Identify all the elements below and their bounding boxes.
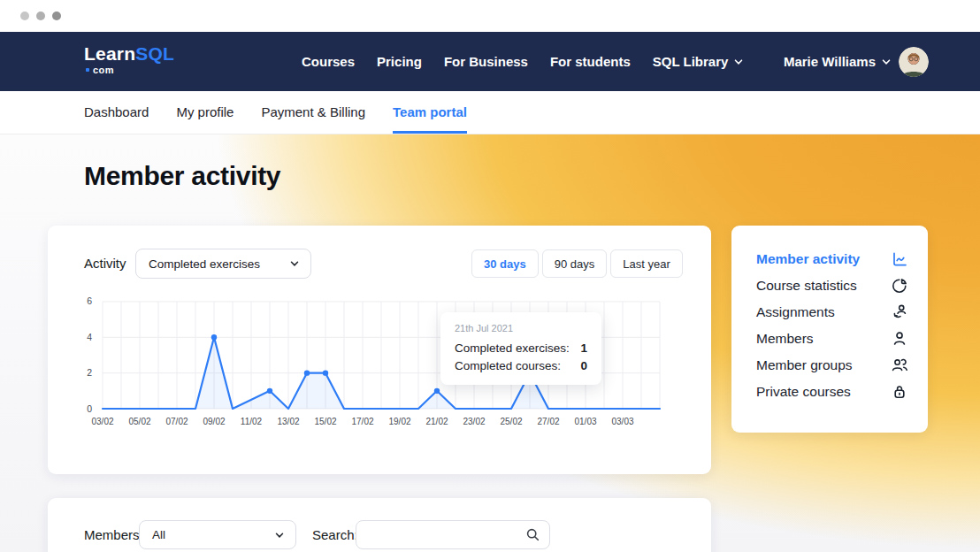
x-tick-label: 25/02 [500, 417, 522, 426]
user-menu: Marie Williams [784, 32, 929, 91]
logo-wordmark: LearnSQL [84, 44, 174, 64]
chevron-down-icon [882, 58, 891, 66]
main-nav: Courses Pricing For Business For student… [302, 32, 743, 91]
sidebar-item-assignments[interactable]: Assignments [731, 299, 928, 326]
person-arrow-icon [891, 303, 908, 321]
data-point-marker [211, 334, 217, 340]
tab-payment-billing[interactable]: Payment & Billing [261, 91, 365, 134]
members-label: Members: [84, 527, 143, 542]
browser-chrome [0, 0, 980, 32]
sidebar-item-member-groups[interactable]: Member groups [731, 352, 928, 379]
sidebar-item-course-statistics[interactable]: Course statistics [731, 272, 928, 299]
people-icon [891, 356, 908, 374]
logo-dot [86, 68, 89, 72]
x-tick-label: 11/02 [241, 417, 263, 426]
tab-my-profile[interactable]: My profile [176, 91, 234, 134]
lock-icon [891, 383, 908, 401]
x-tick-label: 09/02 [203, 417, 225, 426]
account-subnav: Dashboard My profile Payment & Billing T… [0, 91, 980, 134]
pie-chart-icon [891, 277, 908, 295]
nav-item-courses[interactable]: Courses [302, 54, 355, 69]
page: LearnSQL com Courses Pricing For Busines… [0, 0, 980, 552]
x-tick-label: 13/02 [277, 417, 299, 426]
x-tick-label: 03/02 [91, 417, 113, 426]
members-card: Members: All Search: [48, 498, 711, 552]
learnsql-logo[interactable]: LearnSQL com [84, 44, 174, 75]
data-point-marker [434, 388, 440, 394]
logo-tld: com [86, 65, 174, 75]
y-tick-label: 6 [87, 295, 92, 306]
window-control-dot[interactable] [52, 12, 61, 20]
chevron-down-icon [275, 531, 284, 540]
activity-line-chart: 024603/0205/0207/0209/0211/0213/0215/021… [48, 226, 711, 474]
x-tick-label: 07/02 [165, 417, 188, 426]
window-control-dot[interactable] [20, 12, 29, 20]
tab-dashboard[interactable]: Dashboard [84, 91, 149, 134]
x-tick-label: 19/02 [388, 417, 410, 426]
x-tick-label: 27/02 [537, 417, 559, 426]
nav-item-for-business[interactable]: For Business [444, 54, 528, 69]
avatar-image [899, 47, 929, 77]
x-tick-label: 21/02 [425, 417, 448, 426]
data-point-marker [304, 370, 310, 375]
window-control-dot[interactable] [36, 12, 45, 20]
user-name-menu[interactable]: Marie Williams [784, 54, 891, 69]
search-field [356, 520, 550, 549]
nav-item-pricing[interactable]: Pricing [377, 54, 422, 69]
activity-card: Activity Completed exercises 30 days 90 … [48, 226, 711, 474]
x-tick-label: 03/03 [611, 417, 633, 426]
team-portal-sidebar: Member activity Course statistics Assign… [731, 226, 928, 433]
chart-tooltip: 21th Jul 2021 Completed exercises: 1 Com… [440, 312, 601, 385]
y-tick-label: 4 [87, 332, 92, 342]
tooltip-row: Completed exercises: 1 [455, 340, 587, 357]
x-tick-label: 05/02 [128, 417, 150, 426]
sidebar-item-members[interactable]: Members [731, 326, 928, 352]
top-navbar: LearnSQL com Courses Pricing For Busines… [0, 32, 980, 91]
sidebar-item-private-courses[interactable]: Private courses [731, 379, 928, 405]
person-icon [891, 330, 908, 348]
search-input[interactable] [356, 520, 550, 549]
y-tick-label: 2 [87, 367, 92, 378]
data-point-marker [267, 388, 272, 394]
search-label: Search: [312, 527, 358, 542]
x-tick-label: 01/03 [574, 417, 596, 426]
tooltip-date: 21th Jul 2021 [455, 323, 587, 334]
content-area: Member activity Activity Completed exerc… [0, 134, 980, 552]
sidebar-item-member-activity[interactable]: Member activity [731, 246, 928, 272]
chevron-down-icon [734, 58, 743, 66]
search-icon[interactable] [525, 527, 540, 542]
tooltip-row: Completed courses: 0 [455, 357, 587, 375]
x-tick-label: 17/02 [351, 417, 373, 426]
members-select-value: All [152, 528, 165, 541]
nav-item-for-students[interactable]: For students [550, 54, 631, 69]
avatar[interactable] [899, 47, 929, 77]
data-point-marker [323, 370, 328, 375]
x-tick-label: 23/02 [463, 417, 485, 426]
nav-item-sql-library[interactable]: SQL Library [653, 54, 744, 69]
page-title: Member activity [84, 161, 280, 191]
tab-team-portal[interactable]: Team portal [393, 91, 467, 134]
y-tick-label: 0 [87, 403, 92, 414]
members-select[interactable]: All [139, 520, 296, 549]
line-chart-icon [891, 250, 908, 268]
x-tick-label: 15/02 [314, 417, 336, 426]
